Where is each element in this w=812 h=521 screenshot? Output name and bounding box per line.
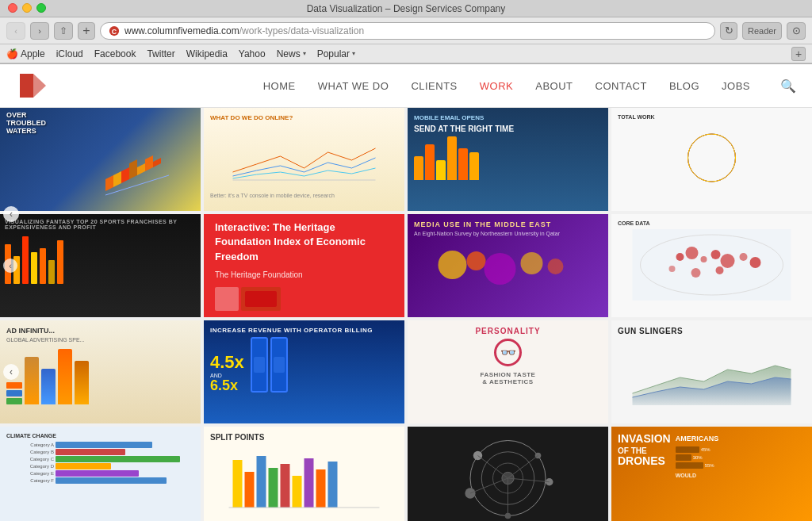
bookmark-label: News xyxy=(277,48,301,59)
minimize-button[interactable] xyxy=(22,3,32,13)
nav-home[interactable]: HOME xyxy=(263,80,296,92)
gallery-item-2[interactable]: WHAT DO WE DO ONLINE? Better: it's a TV … xyxy=(204,108,404,211)
svg-point-32 xyxy=(669,266,676,272)
svg-marker-6 xyxy=(113,171,121,187)
svg-rect-23 xyxy=(633,229,791,301)
website-content: HOME WHAT WE DO CLIENTS WORK ABOUT CONTA… xyxy=(0,64,812,521)
gallery-item-1[interactable]: OVERTROUBLEDWATERS xyxy=(0,108,201,211)
bookmark-news[interactable]: News ▾ xyxy=(277,48,306,59)
gallery-item-12[interactable]: GUN SLINGERS xyxy=(611,320,812,423)
add-tab-button[interactable]: + xyxy=(78,22,95,40)
nav-about[interactable]: ABOUT xyxy=(535,80,573,92)
gallery-item-9[interactable]: AD INFINITU...GLOBAL ADVERTISING SPE... xyxy=(0,320,201,423)
gallery-item-13[interactable]: Climate Change Category A Category B xyxy=(0,427,201,521)
title-bar: Data Visualization – Design Services Com… xyxy=(0,0,812,17)
gallery-item-11[interactable]: PERSONALITY 👓 FASHION TASTE& AESTHETICS xyxy=(408,320,608,423)
gallery-item-15[interactable] xyxy=(408,427,608,521)
share-button[interactable]: ⇧ xyxy=(54,22,73,40)
svg-point-31 xyxy=(750,257,761,268)
svg-rect-42 xyxy=(316,469,326,508)
reader-button[interactable]: Reader xyxy=(742,22,782,40)
bookmark-label: iCloud xyxy=(56,48,83,59)
close-button[interactable] xyxy=(8,3,17,13)
gallery-item-8[interactable]: CORE DATA xyxy=(611,214,812,317)
refresh-button[interactable]: ↻ xyxy=(720,22,737,40)
gallery-item-3[interactable]: MOBILE EMAIL OPENS SEND AT THE RIGHT TIM… xyxy=(408,108,608,211)
site-navigation: HOME WHAT WE DO CLIENTS WORK ABOUT CONTA… xyxy=(263,79,796,94)
new-tab-button[interactable]: + xyxy=(791,47,806,61)
svg-point-25 xyxy=(676,253,684,261)
gallery-item-10[interactable]: INCREASE REVENUE WITH OPERATOR BILLING 4… xyxy=(204,320,404,423)
svg-rect-39 xyxy=(281,464,290,508)
svg-rect-38 xyxy=(269,468,278,508)
browser-chrome: Data Visualization – Design Services Com… xyxy=(0,0,812,64)
forward-button[interactable]: › xyxy=(30,22,49,40)
svg-rect-40 xyxy=(293,476,302,508)
svg-point-17 xyxy=(688,134,736,182)
svg-marker-11 xyxy=(153,158,161,167)
svg-line-55 xyxy=(508,456,538,479)
bookmarks-bar: 🍎 Apple iCloud Facebook Twitter Wikipedi… xyxy=(0,44,812,63)
svg-point-18 xyxy=(439,251,467,279)
nav-contact[interactable]: CONTACT xyxy=(596,80,647,92)
site-logo[interactable] xyxy=(16,70,48,102)
nav-blog[interactable]: BLOG xyxy=(669,80,699,92)
back-button[interactable]: ‹ xyxy=(6,22,25,40)
bookmark-label: Yahoo xyxy=(239,48,266,59)
svg-point-28 xyxy=(711,250,721,259)
profile-button[interactable]: ⊙ xyxy=(787,22,806,40)
svg-point-34 xyxy=(716,266,724,274)
bookmark-twitter[interactable]: Twitter xyxy=(147,48,174,59)
page-title: Data Visualization – Design Services Com… xyxy=(307,3,506,14)
logo-icon xyxy=(16,70,48,102)
scroll-left-arrow-1[interactable]: ‹ xyxy=(3,206,19,222)
nav-what-we-do[interactable]: WHAT WE DO xyxy=(318,80,389,92)
scroll-left-row2[interactable]: ‹ xyxy=(3,259,17,273)
bookmark-label: Wikipedia xyxy=(186,48,228,59)
svg-rect-35 xyxy=(233,460,243,508)
svg-marker-7 xyxy=(121,167,129,183)
toolbar: ‹ › ⇧ + C www.columnfivemedia.com /work-… xyxy=(0,17,812,44)
search-button[interactable]: 🔍 xyxy=(780,79,796,94)
bookmark-icloud[interactable]: iCloud xyxy=(56,48,83,59)
svg-point-26 xyxy=(686,247,699,259)
chevron-down-icon: ▾ xyxy=(352,50,355,57)
gallery-item-16[interactable]: INVASIONOF THEDRONES AMERICANS 45% xyxy=(611,427,812,521)
site-favicon: C xyxy=(109,25,120,36)
bookmark-apple[interactable]: 🍎 Apple xyxy=(6,48,45,59)
svg-point-27 xyxy=(701,256,707,262)
gallery-item-6[interactable]: Interactive: The Heritage Foundation Ind… xyxy=(204,214,404,317)
url-bar[interactable]: C www.columnfivemedia.com /work-types/da… xyxy=(100,22,715,40)
nav-clients[interactable]: CLIENTS xyxy=(411,80,457,92)
gallery-item-5[interactable]: ‹ VISUALIZING FANTASY TOP 20 SPORTS FRAN… xyxy=(0,214,201,317)
traffic-lights xyxy=(8,3,46,13)
svg-point-19 xyxy=(467,251,486,270)
gallery-item-4[interactable]: TOTAL WORK xyxy=(611,108,812,211)
svg-line-57 xyxy=(470,478,508,493)
svg-marker-9 xyxy=(137,163,145,175)
nav-work[interactable]: WORK xyxy=(480,80,513,92)
bookmark-wikipedia[interactable]: Wikipedia xyxy=(186,48,228,59)
svg-rect-36 xyxy=(245,472,255,508)
gallery-item-14[interactable]: SPLIT POINTS xyxy=(204,427,404,521)
svg-line-56 xyxy=(508,478,550,482)
gallery-item-7[interactable]: MEDIA USE IN THE MIDDLE EAST An Eight-Na… xyxy=(408,214,608,317)
svg-point-29 xyxy=(721,254,735,268)
bookmark-label: Facebook xyxy=(94,48,136,59)
nav-jobs[interactable]: JOBS xyxy=(722,80,750,92)
bookmark-popular[interactable]: Popular ▾ xyxy=(317,48,355,59)
bookmark-label: Popular xyxy=(317,48,350,59)
svg-point-33 xyxy=(691,268,701,278)
bookmark-yahoo[interactable]: Yahoo xyxy=(239,48,266,59)
red-card-title: Interactive: The Heritage Foundation Ind… xyxy=(215,220,393,264)
apple-icon: 🍎 xyxy=(6,48,18,59)
bookmark-label: Twitter xyxy=(147,48,174,59)
svg-line-54 xyxy=(478,456,508,479)
bookmark-facebook[interactable]: Facebook xyxy=(94,48,136,59)
svg-marker-10 xyxy=(145,155,153,171)
svg-marker-5 xyxy=(105,175,113,191)
scroll-left-arrow-2[interactable]: ‹ xyxy=(3,364,19,380)
svg-point-20 xyxy=(485,253,516,285)
svg-point-30 xyxy=(740,253,748,261)
maximize-button[interactable] xyxy=(36,3,46,13)
